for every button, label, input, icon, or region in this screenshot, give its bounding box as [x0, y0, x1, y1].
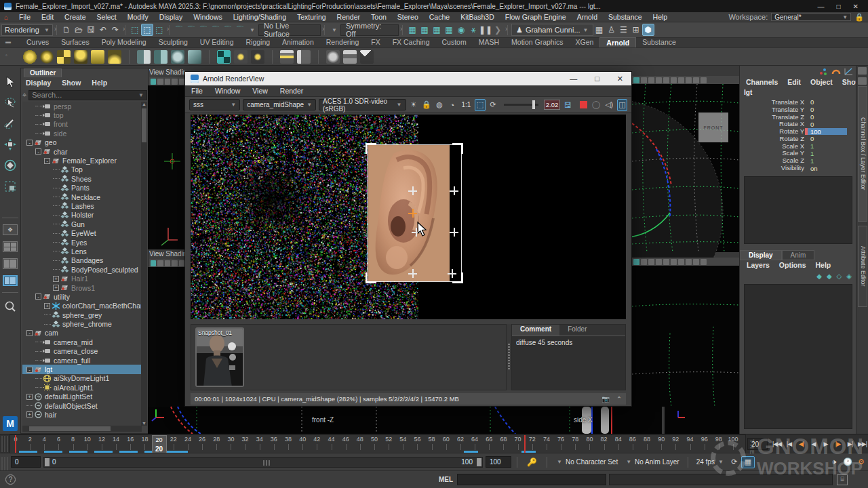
- zoom-tool-icon[interactable]: [3, 299, 18, 314]
- renderview-menu-window[interactable]: Window: [209, 87, 246, 95]
- locator-crosshair[interactable]: [448, 269, 456, 278]
- outliner-item-eyewet[interactable]: EyeWet: [22, 228, 142, 237]
- outliner-item-char[interactable]: -char: [22, 147, 142, 156]
- volume-sample-icon[interactable]: [297, 50, 311, 64]
- mesh-light-icon[interactable]: [57, 50, 71, 64]
- outliner-menu-show[interactable]: Show: [57, 79, 85, 87]
- curve-collector-icon[interactable]: [171, 50, 184, 64]
- debug-shading-icon[interactable]: ☀: [409, 99, 419, 111]
- locator-crosshair[interactable]: [408, 186, 417, 195]
- outliner-horizontal-scrollbar[interactable]: [22, 426, 142, 432]
- layer-menu-help[interactable]: Help: [812, 261, 835, 269]
- collapse-icon[interactable]: -: [26, 367, 33, 373]
- snap-view-icon[interactable]: ⌒: [222, 24, 234, 36]
- animation-prefs-icon[interactable]: ⚙: [854, 456, 868, 468]
- region-render-icon[interactable]: ⬚: [475, 99, 485, 111]
- shelf-tab-substance[interactable]: Substance: [636, 37, 682, 47]
- render-settings-icon[interactable]: ▦: [431, 24, 443, 36]
- command-input[interactable]: [457, 474, 606, 485]
- outliner-panel-tab[interactable]: Outliner: [24, 68, 62, 77]
- go-to-end-button[interactable]: ▶▶|: [856, 437, 868, 451]
- menu-render[interactable]: Render: [332, 13, 366, 21]
- menu-windows[interactable]: Windows: [188, 13, 228, 21]
- menu-select[interactable]: Select: [92, 13, 122, 21]
- snap-surface-icon[interactable]: ⌒: [234, 24, 246, 36]
- outliner-item-hair[interactable]: +hair: [22, 410, 142, 419]
- shelf-tab-mash[interactable]: MASH: [473, 37, 505, 47]
- shelf-tab-motion-graphics[interactable]: Motion Graphics: [505, 37, 569, 47]
- region-corner-handle[interactable]: [366, 272, 376, 283]
- standin-options-icon[interactable]: [154, 50, 167, 64]
- playback-speed-icon[interactable]: 🕐: [841, 456, 854, 468]
- area-light-icon[interactable]: [23, 50, 37, 64]
- outliner-item-sphere_chrome[interactable]: sphere_chrome: [22, 319, 142, 328]
- expand-icon[interactable]: +: [44, 303, 50, 309]
- speed-gauge-icon[interactable]: [831, 68, 840, 75]
- viewport-front[interactable]: FRONT: [632, 84, 739, 252]
- symmetry-field[interactable]: Symmetry: Off: [340, 24, 399, 36]
- region-corner-handle[interactable]: [452, 143, 463, 154]
- outliner-item-colorchart_macbethchart1[interactable]: +colorChart_macBethChart1: [22, 302, 142, 310]
- channel-box-toggle-icon[interactable]: ⊞: [630, 24, 642, 36]
- renderview-close-button[interactable]: ✕: [617, 75, 623, 83]
- outliner-item-cam[interactable]: -cam: [22, 329, 142, 338]
- menu-cache[interactable]: Cache: [424, 13, 455, 21]
- volume-container-icon[interactable]: [280, 50, 294, 64]
- channel-value-field[interactable]: 0: [808, 113, 847, 120]
- set-key-icon[interactable]: 🔑: [527, 458, 537, 467]
- render-icon[interactable]: [217, 50, 231, 64]
- shelf-tab-surfaces[interactable]: Surfaces: [55, 37, 95, 47]
- outliner-item-camera_mid[interactable]: camera_mid: [22, 338, 142, 346]
- sidebar-icon-second[interactable]: [858, 77, 867, 85]
- go-to-start-button[interactable]: |◀◀: [771, 437, 783, 451]
- selected-locator-crosshair[interactable]: [408, 209, 417, 218]
- channel-value-field[interactable]: 0: [808, 106, 847, 113]
- character-set-dropdown[interactable]: ▼No Character Set: [553, 456, 622, 468]
- select-hierarchy-icon[interactable]: ⬚: [129, 24, 141, 36]
- locator-crosshair[interactable]: [450, 186, 458, 195]
- outliner-item-holster[interactable]: Holster: [22, 211, 142, 220]
- snapshot-camera-icon[interactable]: 📷: [601, 395, 610, 403]
- paint-select-tool-icon[interactable]: [3, 116, 18, 131]
- menu-kitbash3d[interactable]: KitBash3D: [455, 13, 500, 21]
- collapse-icon[interactable]: -: [35, 148, 41, 155]
- outliner-item-shoes[interactable]: Shoes: [22, 174, 142, 183]
- render-sequence-icon[interactable]: ◉: [455, 24, 467, 36]
- shelf-tab-poly-modeling[interactable]: Poly Modeling: [96, 37, 153, 47]
- current-frame-field[interactable]: 20: [747, 438, 768, 450]
- sidebar-icon-top[interactable]: [858, 67, 867, 75]
- renderview-menu-file[interactable]: File: [185, 87, 209, 95]
- render-settings-shelf-icon[interactable]: [343, 50, 357, 64]
- script-editor-icon[interactable]: ⌸: [837, 474, 848, 485]
- renderview-minimize-button[interactable]: —: [570, 75, 577, 83]
- hypershade-icon[interactable]: ▦: [443, 24, 455, 36]
- step-forward-key-button[interactable]: ▶|: [844, 437, 856, 451]
- outliner-item-bandages[interactable]: Bandages: [22, 256, 142, 265]
- region-corner-handle[interactable]: [366, 143, 376, 154]
- lock-workspace-icon[interactable]: 🔒: [854, 13, 864, 22]
- channel-value-field[interactable]: 0: [808, 98, 847, 105]
- outliner-item-hair1[interactable]: +Hair1: [22, 274, 142, 283]
- select-component-icon[interactable]: ⬚: [153, 24, 165, 36]
- outliner-item-defaultlightset[interactable]: +defaultLightSet: [22, 392, 142, 401]
- renderview-menu-render[interactable]: Render: [274, 87, 309, 95]
- character-controls-icon[interactable]: ♙: [606, 24, 618, 36]
- select-object-icon[interactable]: ⬚: [141, 24, 153, 36]
- play-icon[interactable]: [360, 50, 374, 64]
- range-end-handle[interactable]: [477, 458, 481, 466]
- maximize-button[interactable]: □: [837, 3, 841, 10]
- current-frame-indicator[interactable]: 2020: [152, 435, 167, 453]
- front-view-gizmo-label[interactable]: FRONT: [698, 113, 728, 142]
- shelf-tab-fx-caching[interactable]: FX Caching: [387, 37, 436, 47]
- menu-texturing[interactable]: Texturing: [292, 13, 332, 21]
- rangebar-grip[interactable]: [1, 457, 8, 470]
- shelf-tab-rendering[interactable]: Rendering: [320, 37, 365, 47]
- outliner-item-utility[interactable]: -utility: [22, 292, 142, 301]
- stop-render-icon[interactable]: [578, 99, 589, 111]
- shelf-options-icon[interactable]: ◦: [5, 52, 7, 58]
- viewport2-menu[interactable]: View Shading: [149, 250, 184, 259]
- play-forwards-button[interactable]: ▶: [820, 437, 831, 451]
- menu-edit[interactable]: Edit: [36, 13, 59, 21]
- collapse-statusbar-icon[interactable]: ⌃: [616, 395, 622, 403]
- snapshot-thumbnail[interactable]: Snapshot_01: [195, 327, 244, 387]
